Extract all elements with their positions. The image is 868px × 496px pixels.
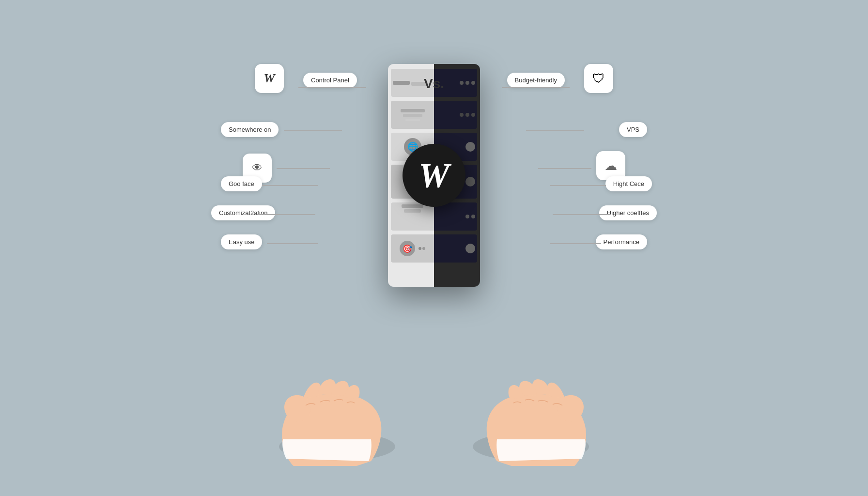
connector-left-2: [277, 168, 330, 169]
rack-dot: [471, 215, 475, 218]
server-container: 🌐 W: [386, 59, 482, 292]
rack-bar: [403, 114, 422, 117]
easy-use-label: Easy use: [221, 234, 262, 249]
connector-top-right: [502, 87, 570, 88]
rack-dot: [465, 215, 469, 218]
rack-dot: [465, 81, 469, 85]
connector-right-2: [538, 168, 591, 169]
rack-unit-right-5: [434, 202, 477, 231]
rack-bar: [402, 204, 423, 208]
eye-icon: 👁: [252, 162, 263, 174]
budget-friendly-label: Budget-friendly: [507, 73, 565, 88]
rack-bar: [404, 209, 421, 213]
wordpress-logo-overlay: W: [403, 144, 465, 207]
rack-dot: [422, 247, 425, 250]
connector-left-1: [284, 130, 342, 131]
higher-coefficients-label: Higher coefftes: [599, 205, 657, 220]
rack-unit-left-2: [391, 101, 434, 129]
rack-bar: [401, 109, 425, 112]
connector-left-3: [262, 185, 318, 186]
cloud-icon: ☁: [604, 158, 617, 173]
target-icon: 🎯: [400, 241, 415, 256]
rack-bar: [405, 119, 420, 121]
control-panel-label: Control Panel: [303, 73, 357, 88]
main-scene: Vs. W 🛡 Control Panel Budget-friendly So…: [192, 30, 676, 466]
hands-container: [264, 296, 604, 466]
rack-unit-left-6: 🎯: [391, 234, 434, 263]
performance-label: Performance: [596, 234, 647, 249]
rack-slider: [465, 142, 475, 152]
shield-icon: 🛡: [592, 71, 605, 86]
rack-slider: [465, 177, 475, 186]
rack-unit-6: 🎯: [391, 234, 477, 263]
hight-cece-label: Hight Cece: [605, 176, 652, 191]
rack-unit-right-6: [434, 234, 477, 263]
rack-bar: [393, 81, 410, 85]
rack-dot: [465, 113, 469, 117]
connector-right-5: [550, 243, 601, 244]
left-hand: [255, 311, 419, 466]
rack-unit-2: [391, 101, 477, 129]
vps-label: VPS: [619, 122, 647, 137]
rack-dot: [471, 81, 475, 85]
connector-right-3: [550, 185, 606, 186]
rack-unit-right-2: [434, 101, 477, 129]
connector-left-4: [257, 214, 315, 215]
rack-dot: [460, 81, 464, 85]
connector-right-1: [526, 130, 584, 131]
connector-left-5: [267, 243, 318, 244]
right-hand: [449, 311, 613, 466]
wordpress-icon-box: W: [255, 64, 284, 93]
vs-label: Vs.: [424, 76, 444, 92]
shield-icon-box: 🛡: [584, 64, 613, 93]
wordpress-icon: W: [264, 71, 275, 86]
cloud-icon-box: ☁: [596, 151, 625, 180]
somewhere-on-label: Somewhere on: [221, 122, 279, 137]
rack-dot: [471, 113, 475, 117]
rack-dot: [418, 247, 421, 250]
rack-slider: [465, 244, 475, 253]
wordpress-w-letter: W: [418, 158, 450, 193]
connector-right-4: [553, 214, 611, 215]
customization-label: Customizat2ation: [211, 205, 275, 220]
rack-dot: [460, 113, 464, 117]
connector-top-left: [298, 87, 366, 88]
good-face-label: Goo face: [221, 176, 262, 191]
rack-unit-left-5: [391, 202, 434, 231]
